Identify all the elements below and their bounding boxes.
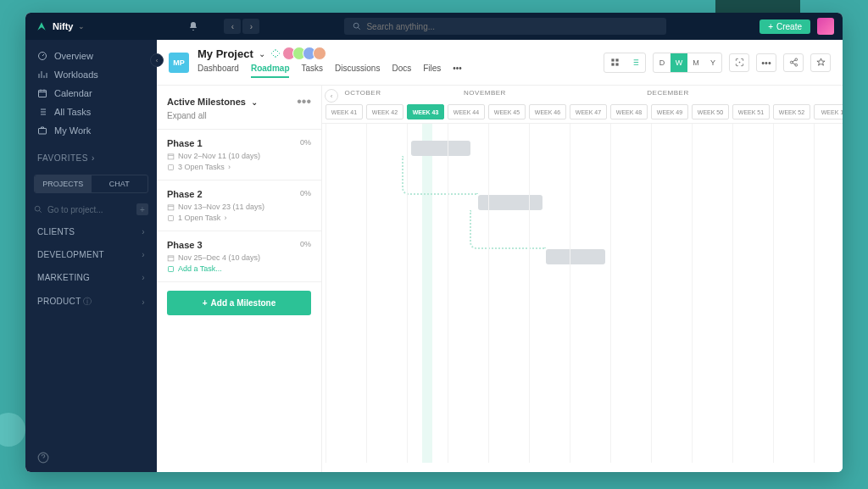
scale-day-button[interactable]: D xyxy=(654,53,670,72)
milestone-tasks-link[interactable]: 3 Open Tasks› xyxy=(167,163,311,171)
chevron-down-icon[interactable]: ⌄ xyxy=(251,97,258,107)
scale-month-button[interactable]: M xyxy=(687,53,704,72)
week-cell[interactable]: WEEK 41 xyxy=(326,104,363,119)
week-cell[interactable]: WEEK 1 xyxy=(814,104,843,119)
collapse-sidebar-button[interactable]: ‹ xyxy=(150,53,164,67)
add-task-link[interactable]: Add a Task... xyxy=(167,264,311,273)
share-button[interactable] xyxy=(783,53,804,72)
nav-back-button[interactable]: ‹ xyxy=(224,19,241,34)
list-icon xyxy=(37,107,47,117)
milestone-pct: 0% xyxy=(300,189,311,197)
scale-week-button[interactable]: W xyxy=(670,53,687,72)
grid-view-button[interactable] xyxy=(604,53,625,72)
gantt-bar-phase-3[interactable] xyxy=(546,249,605,264)
grid-line xyxy=(773,124,774,463)
plus-icon: + xyxy=(768,22,773,31)
gauge-icon xyxy=(37,51,47,61)
svg-point-12 xyxy=(739,62,740,63)
search-input[interactable] xyxy=(366,22,658,31)
grid-line xyxy=(366,124,367,463)
add-milestone-button[interactable]: + Add a Milestone xyxy=(167,291,311,315)
week-cell[interactable]: WEEK 42 xyxy=(366,104,403,119)
help-button[interactable] xyxy=(25,443,157,472)
milestone-card[interactable]: 0% Phase 3 Nov 25–Dec 4 (10 days) Add a … xyxy=(157,231,321,282)
tab-docs[interactable]: Docs xyxy=(392,64,411,78)
task-icon xyxy=(167,164,175,171)
nav-overview[interactable]: Overview xyxy=(25,47,157,65)
milestones-title: Active Milestones xyxy=(167,97,246,107)
week-cell[interactable]: WEEK 51 xyxy=(732,104,770,119)
top-bar: Nifty ⌄ ‹ › + Create xyxy=(25,13,843,40)
sidebar: ‹ Overview Workloads Calendar All Tasks xyxy=(25,40,157,472)
goto-project-label[interactable]: Go to project... xyxy=(47,205,103,214)
chevron-down-icon[interactable]: ⌄ xyxy=(259,49,265,58)
tab-files[interactable]: Files xyxy=(423,64,441,78)
svg-point-15 xyxy=(794,64,797,66)
tab-dashboard[interactable]: Dashboard xyxy=(198,64,239,78)
nav-all-tasks[interactable]: All Tasks xyxy=(25,103,157,121)
week-cell[interactable]: WEEK 43 xyxy=(407,104,444,119)
question-icon xyxy=(37,452,49,464)
week-cell[interactable]: WEEK 49 xyxy=(651,104,688,119)
connector xyxy=(470,210,546,249)
milestone-title: Phase 3 xyxy=(167,240,311,250)
svg-point-0 xyxy=(354,23,359,28)
notifications-icon[interactable] xyxy=(188,21,198,31)
milestone-card[interactable]: 0% Phase 1 Nov 2–Nov 11 (10 days) 3 Open… xyxy=(157,130,321,181)
create-button[interactable]: + Create xyxy=(760,19,810,34)
favorite-button[interactable] xyxy=(810,53,831,72)
milestones-panel: Active Milestones ⌄ ••• Expand all 0% Ph… xyxy=(157,86,322,472)
list-view-button[interactable] xyxy=(625,53,645,72)
chevron-right-icon: › xyxy=(228,163,231,171)
workspace-product[interactable]: PRODUCT ⓘ › xyxy=(25,289,157,314)
nav-calendar[interactable]: Calendar xyxy=(25,84,157,103)
week-cell[interactable]: WEEK 52 xyxy=(773,104,810,119)
search-bar[interactable] xyxy=(344,18,666,35)
tab-tasks[interactable]: Tasks xyxy=(301,64,323,78)
week-cell[interactable]: WEEK 44 xyxy=(448,104,485,119)
milestone-pct: 0% xyxy=(300,138,311,147)
scale-year-button[interactable]: Y xyxy=(704,53,721,72)
tab-more[interactable]: ••• xyxy=(453,64,462,78)
timeline-prev-button[interactable]: ‹ xyxy=(325,89,338,103)
user-avatar[interactable] xyxy=(817,18,834,35)
week-cell[interactable]: WEEK 50 xyxy=(692,104,729,119)
focus-button[interactable] xyxy=(729,53,749,72)
connector xyxy=(402,156,478,195)
add-project-button[interactable]: + xyxy=(136,203,148,215)
week-cell[interactable]: WEEK 46 xyxy=(529,104,566,119)
workspace-marketing[interactable]: MARKETING › xyxy=(25,266,157,289)
grid-line xyxy=(610,124,611,463)
nav-my-work[interactable]: My Work xyxy=(25,121,157,140)
grid-line xyxy=(326,124,326,463)
svg-line-1 xyxy=(359,27,361,30)
milestones-options[interactable]: ••• xyxy=(297,94,311,109)
tab-roadmap[interactable]: Roadmap xyxy=(251,64,290,78)
week-cell[interactable]: WEEK 45 xyxy=(488,104,526,119)
gantt-bar-phase-1[interactable] xyxy=(411,141,470,156)
tab-chat[interactable]: CHAT xyxy=(92,175,148,192)
svg-rect-8 xyxy=(611,58,614,61)
tab-discussions[interactable]: Discussions xyxy=(335,64,380,78)
milestone-card[interactable]: 0% Phase 2 Nov 13–Nov 23 (11 days) 1 Ope… xyxy=(157,181,321,231)
week-cell[interactable]: WEEK 48 xyxy=(610,104,648,119)
favorites-header[interactable]: FAVORITES › xyxy=(25,147,157,169)
task-icon xyxy=(167,214,175,222)
nav-forward-button[interactable]: › xyxy=(242,19,259,34)
briefcase-icon xyxy=(37,125,47,136)
project-header: MP My Project ⌄ Dashboard Roadmap Tasks xyxy=(157,40,843,86)
workspace-development[interactable]: DEVELOPMENT › xyxy=(25,243,157,266)
svg-line-6 xyxy=(39,210,42,213)
member-avatars[interactable] xyxy=(286,47,326,60)
nav-workloads[interactable]: Workloads xyxy=(25,65,157,84)
workspace-clients[interactable]: CLIENTS › xyxy=(25,220,157,243)
tab-projects[interactable]: PROJECTS xyxy=(35,175,92,192)
more-options-button[interactable]: ••• xyxy=(756,53,776,72)
milestone-pct: 0% xyxy=(300,240,311,248)
week-cell[interactable]: WEEK 47 xyxy=(570,104,607,119)
grid-line xyxy=(529,124,530,463)
expand-all-button[interactable]: Expand all xyxy=(167,111,311,120)
logo[interactable]: Nifty ⌄ xyxy=(25,20,95,32)
timeline: ‹ OCTOBER NOVEMBER DECEMBER WEEK 41WEEK … xyxy=(322,86,843,472)
milestone-tasks-link[interactable]: 1 Open Task› xyxy=(167,214,311,222)
